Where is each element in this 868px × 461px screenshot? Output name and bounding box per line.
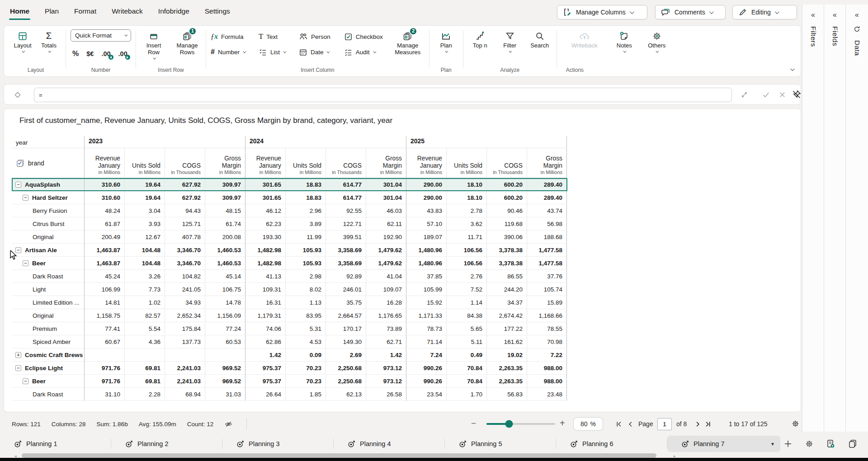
unpin-formula-bar-icon[interactable]: [792, 89, 802, 99]
table-cell[interactable]: 74.06: [245, 322, 285, 335]
row-label-cell[interactable]: Original: [12, 230, 84, 244]
row-label-cell[interactable]: Limited Edition ...: [12, 296, 84, 309]
table-cell[interactable]: 62.11: [366, 217, 406, 230]
table-cell[interactable]: 83.95: [285, 309, 326, 322]
table-cell[interactable]: 18.10: [446, 191, 486, 204]
editing-mode-button[interactable]: Editing: [732, 5, 797, 19]
year-group-header[interactable]: 2023: [84, 136, 245, 148]
table-cell[interactable]: 94.43: [165, 204, 205, 217]
table-cell[interactable]: 3,378.38: [486, 244, 527, 257]
table-cell[interactable]: 11.99: [285, 230, 326, 244]
horizontal-scrollbar[interactable]: [22, 453, 656, 458]
zoom-in-button[interactable]: +: [560, 418, 565, 428]
table-cell[interactable]: 1,482.98: [245, 244, 285, 257]
checkbox-column-button[interactable]: Checkbox: [344, 31, 383, 42]
search-button[interactable]: Search: [528, 29, 552, 50]
table-cell[interactable]: 3,346.70: [165, 257, 205, 270]
table-cell[interactable]: 45.24: [84, 270, 124, 283]
first-page-button[interactable]: [616, 421, 623, 428]
filter-button[interactable]: Filter: [498, 29, 522, 54]
table-cell[interactable]: 614.77: [326, 178, 366, 191]
table-cell[interactable]: 2,250.68: [326, 375, 366, 388]
table-cell[interactable]: 23.48: [527, 388, 567, 401]
table-cell[interactable]: 43.74: [527, 204, 567, 217]
table-cell[interactable]: 3.89: [285, 217, 326, 230]
status-settings-gear-icon[interactable]: [791, 419, 800, 428]
insert-row-button[interactable]: Insert Row: [141, 29, 167, 61]
table-cell[interactable]: 975.37: [245, 375, 285, 388]
table-cell[interactable]: 1.13: [285, 296, 326, 309]
measure-header[interactable]: Revenue Januaryin Millions: [84, 148, 124, 178]
table-cell[interactable]: 62.86: [245, 335, 285, 348]
table-cell[interactable]: 289.40: [527, 178, 567, 191]
table-cell[interactable]: 971.76: [84, 375, 124, 388]
row-label-cell[interactable]: Dark Roast: [12, 388, 84, 401]
table-cell[interactable]: 192.90: [366, 230, 406, 244]
table-cell[interactable]: 61.87: [84, 217, 124, 230]
table-cell[interactable]: 19.64: [124, 178, 165, 191]
table-cell[interactable]: 241.05: [165, 283, 205, 296]
table-cell[interactable]: 48.15: [205, 204, 245, 217]
table-cell[interactable]: 627.92: [165, 191, 205, 204]
table-cell[interactable]: 34.37: [486, 296, 527, 309]
table-cell[interactable]: 62.71: [366, 335, 406, 348]
table-cell[interactable]: 1,482.98: [245, 257, 285, 270]
table-cell[interactable]: 70.84: [446, 362, 486, 375]
table-cell[interactable]: 23.54: [406, 388, 446, 401]
expand-toggle[interactable]: +: [15, 352, 21, 358]
table-cell[interactable]: 1,479.62: [366, 257, 406, 270]
row-label-cell[interactable]: Original: [12, 309, 84, 322]
table-cell[interactable]: 2.96: [285, 204, 326, 217]
table-cell[interactable]: 84.38: [446, 309, 486, 322]
table-cell[interactable]: 26.64: [245, 388, 285, 401]
row-label-cell[interactable]: Spiced Amber: [12, 335, 84, 348]
row-label-cell[interactable]: Berry Fusion: [12, 204, 84, 217]
table-cell[interactable]: 60.53: [205, 335, 245, 348]
table-cell[interactable]: 3.26: [124, 270, 165, 283]
table-cell[interactable]: 35.75: [326, 296, 366, 309]
table-cell[interactable]: 71.14: [406, 335, 446, 348]
zoom-slider-thumb[interactable]: [505, 420, 513, 428]
table-cell[interactable]: 988.00: [527, 375, 567, 388]
table-cell[interactable]: 301.04: [366, 178, 406, 191]
table-cell[interactable]: 2,652.34: [165, 309, 205, 322]
table-cell[interactable]: 92.89: [326, 270, 366, 283]
table-cell[interactable]: 1.02: [124, 296, 165, 309]
row-label-cell[interactable]: Premium: [12, 322, 84, 335]
table-cell[interactable]: 4.36: [124, 335, 165, 348]
measure-header[interactable]: Gross Marginin Millions: [527, 148, 567, 178]
table-cell[interactable]: 61.74: [205, 217, 245, 230]
table-cell[interactable]: 69.81: [124, 362, 165, 375]
table-cell[interactable]: 105.74: [527, 283, 567, 296]
table-cell[interactable]: 2.78: [446, 204, 486, 217]
table-cell[interactable]: 68.94: [165, 388, 205, 401]
table-cell[interactable]: 125.71: [165, 217, 205, 230]
table-cell[interactable]: 2,241.03: [165, 362, 205, 375]
row-label-cell[interactable]: −AquaSplash: [12, 178, 84, 191]
table-cell[interactable]: 0.49: [446, 348, 486, 362]
measure-header[interactable]: Gross Marginin Millions: [366, 148, 406, 178]
table-cell[interactable]: 106.56: [446, 257, 486, 270]
table-cell[interactable]: [84, 348, 124, 362]
formula-input[interactable]: [34, 88, 732, 102]
table-cell[interactable]: 78.55: [527, 322, 567, 335]
table-cell[interactable]: 70.23: [285, 362, 326, 375]
year-group-header[interactable]: 2024: [245, 136, 406, 148]
others-button[interactable]: Others: [645, 29, 669, 54]
table-cell[interactable]: 7.24: [406, 348, 446, 362]
previous-page-button[interactable]: [627, 421, 634, 428]
table-cell[interactable]: 289.40: [527, 191, 567, 204]
quick-format-dropdown[interactable]: Quick Format: [71, 29, 131, 42]
table-cell[interactable]: 3.62: [446, 217, 486, 230]
table-cell[interactable]: 2.28: [124, 388, 165, 401]
table-cell[interactable]: 189.07: [406, 230, 446, 244]
measure-header[interactable]: COGSin Thousands: [486, 148, 527, 178]
measure-header[interactable]: COGSin Thousands: [326, 148, 366, 178]
row-label-cell[interactable]: −Beer: [12, 257, 84, 270]
table-cell[interactable]: 1,477.58: [527, 244, 567, 257]
table-cell[interactable]: 57.10: [406, 217, 446, 230]
comments-button[interactable]: Comments: [655, 5, 726, 19]
table-cell[interactable]: 137.73: [165, 335, 205, 348]
sheet-tab-planning-3[interactable]: Planning 3: [222, 435, 334, 453]
decrease-decimal-button[interactable]: .00: [101, 50, 110, 57]
